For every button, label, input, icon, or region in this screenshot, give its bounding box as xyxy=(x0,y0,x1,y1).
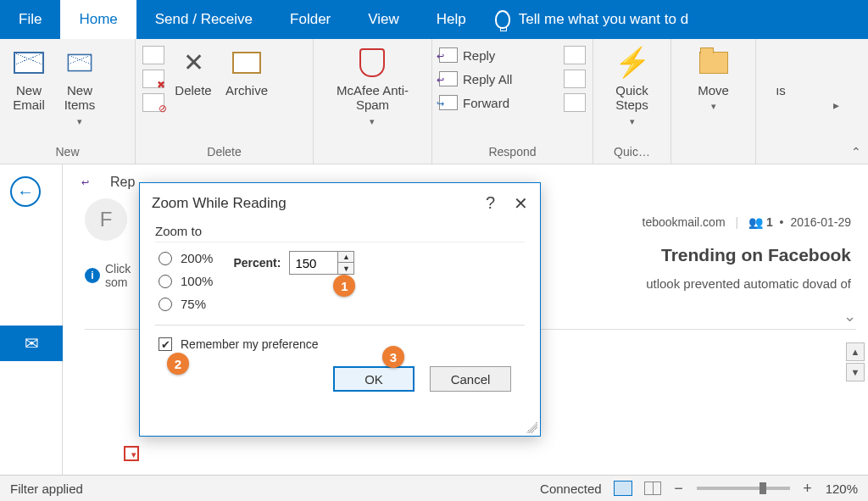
percent-input[interactable] xyxy=(290,252,337,274)
zoom-75-radio[interactable]: 75% xyxy=(159,297,213,311)
group-quick-label: Quic… xyxy=(600,142,664,164)
zoom-200-radio[interactable]: 200% xyxy=(159,251,213,265)
back-button[interactable]: ← xyxy=(10,176,41,207)
tab-file[interactable]: File xyxy=(0,0,60,39)
navigation-rail: ← ✉ xyxy=(0,164,63,475)
zoom-dialog: Zoom While Reading ? ✕ Zoom to 200% 100%… xyxy=(139,182,541,437)
lightbulb-icon xyxy=(495,10,510,29)
tab-home[interactable]: Home xyxy=(60,0,136,39)
move-label: Move xyxy=(698,83,729,97)
ribbon: New Email New Items New ✖ ⊘ ✕ Delete Arc… xyxy=(0,39,868,164)
lightning-icon: ⚡ xyxy=(615,46,650,79)
zoom-to-label: Zoom to xyxy=(155,224,525,238)
tab-view[interactable]: View xyxy=(349,0,418,39)
info-bar[interactable]: i Click som xyxy=(85,262,131,289)
blocked-content-notice: utlook prevented automatic dovad of xyxy=(646,276,851,291)
zoom-slider[interactable] xyxy=(697,487,790,490)
zoom-100-radio[interactable]: 100% xyxy=(159,274,213,288)
zoom-out-button[interactable]: − xyxy=(673,480,685,498)
more-respond-button[interactable] xyxy=(564,93,586,112)
cleanup-button[interactable]: ✖ xyxy=(142,70,164,88)
info-text-2: som xyxy=(105,276,131,289)
callout-1: 1 xyxy=(333,275,355,297)
collapse-ribbon-button[interactable]: ⌃ xyxy=(851,145,861,159)
delete-button[interactable]: ✕ Delete xyxy=(171,44,215,99)
mcafee-antispam-button[interactable]: McAfee Anti- Spam xyxy=(333,44,412,128)
zoom-in-button[interactable]: + xyxy=(802,480,814,498)
resize-grip[interactable] xyxy=(526,421,537,433)
x-icon: ✕ xyxy=(183,48,204,78)
category-flag-dropdown[interactable] xyxy=(124,446,139,461)
ribbon-overflow-arrow[interactable]: ▸ xyxy=(833,98,839,112)
quick-steps-button[interactable]: ⚡ Quick Steps xyxy=(610,44,654,128)
junk-button[interactable]: ⊘ xyxy=(142,93,164,112)
group-new-label: New xyxy=(7,142,128,164)
reply-action-label: Rep xyxy=(110,175,135,190)
message-meta: tebookmail.com | 👥 1 • 2016-01-29 xyxy=(643,215,851,229)
new-items-label: New Items xyxy=(64,83,96,113)
archive-button[interactable]: Archive xyxy=(222,44,271,99)
overflow-label: ıs xyxy=(776,83,786,97)
sender-domain: tebookmail.com xyxy=(643,215,726,229)
message-date: 2016-01-29 xyxy=(790,215,851,229)
percent-spinner[interactable]: ▲ ▼ xyxy=(289,251,354,275)
scroll-up-button[interactable]: ▲ xyxy=(846,342,865,361)
mail-module-button[interactable]: ✉ xyxy=(0,326,63,361)
meeting-button[interactable] xyxy=(564,46,586,64)
tab-help[interactable]: Help xyxy=(418,0,485,39)
dialog-close-button[interactable]: ✕ xyxy=(514,193,528,214)
tab-folder[interactable]: Folder xyxy=(271,0,349,39)
move-button[interactable]: Move xyxy=(692,44,736,114)
reply-all-button[interactable]: ↩ Reply All xyxy=(439,71,512,86)
forward-button[interactable]: ↪ Forward xyxy=(439,95,512,110)
group-respond-label: Respond xyxy=(439,142,586,164)
reply-all-label: Reply All xyxy=(463,72,512,86)
group-delete-label: Delete xyxy=(142,142,306,164)
percent-label: Percent: xyxy=(233,256,281,270)
dialog-title: Zoom While Reading xyxy=(152,195,287,212)
info-text-1: Click xyxy=(105,262,131,276)
dialog-help-button[interactable]: ? xyxy=(486,193,495,214)
info-icon: i xyxy=(85,268,100,283)
zoom-200-label: 200% xyxy=(181,251,213,265)
reply-label: Reply xyxy=(463,48,495,63)
spin-up-button[interactable]: ▲ xyxy=(338,252,353,263)
ignore-button[interactable] xyxy=(142,46,164,64)
callout-3: 3 xyxy=(382,346,404,368)
sender-avatar: F xyxy=(85,198,127,241)
cancel-button[interactable]: Cancel xyxy=(430,366,511,392)
reply-all-icon: ↩ xyxy=(439,71,458,86)
reply-icon: ↩ xyxy=(439,47,458,63)
zoom-slider-thumb[interactable] xyxy=(760,482,766,494)
tab-send-receive[interactable]: Send / Receive xyxy=(136,0,271,39)
reply-button[interactable]: ↩ Reply xyxy=(439,47,512,63)
group-move-label xyxy=(678,142,748,164)
view-normal-button[interactable] xyxy=(614,481,632,496)
envelope-stack-icon xyxy=(68,54,92,72)
status-bar: Filter applied Connected − + 120% xyxy=(0,475,868,501)
group-antispam-label xyxy=(320,142,425,164)
tell-me-search[interactable]: Tell me what you want to d xyxy=(485,10,688,29)
scroll-down-button[interactable]: ▼ xyxy=(846,363,865,381)
new-email-button[interactable]: New Email xyxy=(7,44,51,114)
overflow-button[interactable]: ıs xyxy=(759,44,803,99)
people-count: 1 xyxy=(766,215,773,229)
im-button[interactable] xyxy=(564,70,586,88)
zoom-level[interactable]: 120% xyxy=(826,482,858,496)
delete-label: Delete xyxy=(175,83,211,97)
view-reading-button[interactable] xyxy=(644,482,661,495)
filter-status: Filter applied xyxy=(10,482,83,496)
reply-icon: ↩ xyxy=(85,175,105,190)
message-subject: Trending on Facebook xyxy=(661,245,851,265)
antispam-label: McAfee Anti- Spam xyxy=(337,83,409,113)
quick-steps-label: Quick Steps xyxy=(615,83,648,113)
envelope-icon xyxy=(14,52,44,74)
new-items-button[interactable]: New Items xyxy=(58,44,102,128)
expand-header-button[interactable]: ⌄ xyxy=(843,307,856,326)
spin-down-button[interactable]: ▼ xyxy=(338,263,353,274)
forward-icon: ↪ xyxy=(439,95,458,110)
people-icon: 👥 xyxy=(748,215,763,229)
menu-bar: File Home Send / Receive Folder View Hel… xyxy=(0,0,868,39)
remember-checkbox[interactable]: ✔ xyxy=(159,337,172,351)
ok-button[interactable]: OK xyxy=(333,366,415,392)
